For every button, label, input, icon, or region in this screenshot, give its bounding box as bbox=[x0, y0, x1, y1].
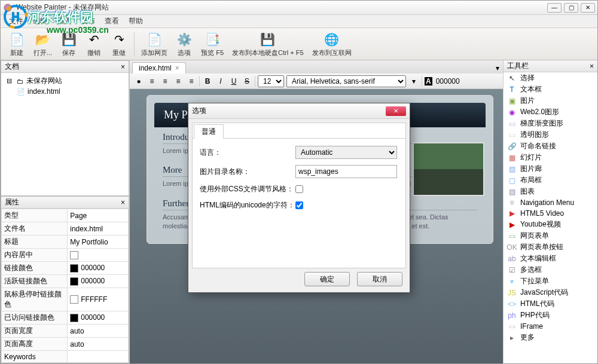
property-row[interactable]: 页面宽度auto bbox=[2, 325, 129, 338]
tool-item[interactable]: OK网页表单按钮 bbox=[504, 241, 597, 253]
align-right-icon[interactable]: ≡ bbox=[173, 76, 184, 87]
property-row[interactable]: 类型Page bbox=[2, 209, 129, 222]
tree-root[interactable]: ⊟🗀未保存网站 bbox=[5, 75, 125, 87]
close-button[interactable]: ✕ bbox=[581, 3, 595, 13]
unicode-checkbox[interactable] bbox=[295, 201, 303, 209]
tool-item[interactable]: ▸更多 bbox=[504, 332, 597, 343]
tool-item[interactable]: ▣图片 bbox=[504, 95, 597, 106]
publish-web-button[interactable]: 🌐发布到互联网 bbox=[308, 29, 356, 59]
tool-item-label: 多选框 bbox=[520, 265, 542, 275]
documents-close-icon[interactable]: × bbox=[121, 63, 125, 71]
tool-item[interactable]: ▭网页表单 bbox=[504, 230, 597, 241]
property-row[interactable]: 活跃链接颜色000000 bbox=[2, 275, 129, 288]
new-button[interactable]: 📄新建 bbox=[4, 29, 29, 59]
strike-button[interactable]: S bbox=[242, 76, 252, 87]
tool-item[interactable]: ▧图片廊 bbox=[504, 163, 597, 175]
tool-item[interactable]: ≡Navigation Menu bbox=[504, 197, 597, 208]
property-row[interactable]: 页面高度auto bbox=[2, 338, 129, 351]
tool-item[interactable]: T文本框 bbox=[504, 84, 597, 95]
tool-item[interactable]: ▭IFrame bbox=[504, 321, 597, 332]
property-key: 内容居中 bbox=[2, 249, 68, 262]
menu-help[interactable]: 帮助 bbox=[124, 15, 148, 27]
tools-close-icon[interactable]: × bbox=[590, 62, 594, 71]
align-justify-icon[interactable]: ≡ bbox=[186, 76, 197, 87]
tool-item[interactable]: phPHP代码 bbox=[504, 310, 597, 321]
publish-local-button[interactable]: 💾发布到本地硬盘Ctrl + F5 bbox=[228, 29, 307, 59]
ok-button[interactable]: 确定 bbox=[304, 272, 350, 286]
property-value[interactable]: index.html bbox=[68, 222, 129, 235]
redo-button[interactable]: ↷重做 bbox=[106, 29, 132, 59]
dialog-close-button[interactable]: ✕ bbox=[386, 106, 406, 116]
menu-file[interactable]: 文件 bbox=[4, 15, 28, 27]
font-dropdown-icon[interactable]: ▾ bbox=[408, 76, 419, 87]
preview-button[interactable]: 📑预览 F5 bbox=[197, 29, 228, 59]
property-row[interactable]: 鼠标悬停时链接颜色FFFFFF bbox=[2, 288, 129, 311]
tool-item[interactable]: ◉Web2.0图形 bbox=[504, 106, 597, 118]
property-value[interactable]: 000000 bbox=[68, 311, 129, 325]
tab-close-icon[interactable]: × bbox=[175, 64, 179, 72]
menu-edit[interactable]: 编辑 bbox=[28, 15, 52, 27]
align-center-icon[interactable]: ≡ bbox=[160, 76, 170, 87]
addpage-button[interactable]: 📄添加网页 bbox=[137, 29, 172, 59]
tool-item[interactable]: ab文本编辑框 bbox=[504, 253, 597, 264]
dialog-tab-general[interactable]: 普通 bbox=[194, 124, 224, 139]
imgdir-input[interactable] bbox=[295, 165, 397, 178]
property-row[interactable]: 已访问链接颜色000000 bbox=[2, 311, 129, 325]
menu-publish[interactable]: 发布 bbox=[76, 15, 100, 27]
save-icon: 💾 bbox=[60, 31, 77, 48]
tool-item[interactable]: <>HTML代码 bbox=[504, 298, 597, 310]
minimize-button[interactable]: — bbox=[547, 3, 562, 13]
tool-item[interactable]: JSJavaScript代码 bbox=[504, 287, 597, 298]
align-left-icon[interactable]: ≡ bbox=[147, 76, 157, 87]
menu-view[interactable]: 查看 bbox=[100, 15, 124, 27]
tool-item[interactable]: ▭梯度渐变图形 bbox=[504, 118, 597, 129]
options-button[interactable]: ⚙️选项 bbox=[172, 29, 197, 59]
property-row[interactable]: 链接颜色000000 bbox=[2, 262, 129, 275]
cancel-button[interactable]: 取消 bbox=[357, 272, 402, 286]
tool-item[interactable]: ▶HTML5 Video bbox=[504, 208, 597, 219]
bold-button[interactable]: B bbox=[202, 76, 213, 87]
property-value[interactable] bbox=[68, 351, 129, 363]
save-button[interactable]: 💾保存 bbox=[56, 29, 81, 59]
property-value[interactable]: FFFFFF bbox=[68, 288, 129, 311]
lang-select[interactable]: Automatic bbox=[295, 146, 397, 159]
property-value[interactable]: auto bbox=[68, 338, 129, 351]
property-row[interactable]: 文件名index.html bbox=[2, 222, 129, 235]
property-row[interactable]: 内容居中 bbox=[2, 249, 129, 262]
property-value[interactable]: auto bbox=[68, 325, 129, 338]
tool-item[interactable]: ↖选择 bbox=[504, 72, 597, 84]
editor-tab[interactable]: index.html× bbox=[132, 62, 186, 74]
italic-button[interactable]: I bbox=[215, 76, 226, 87]
tree-file[interactable]: 📄index.html bbox=[5, 87, 125, 96]
property-value[interactable]: 000000 bbox=[68, 275, 129, 288]
tool-item[interactable]: ▶Youtube视频 bbox=[504, 219, 597, 230]
tool-item[interactable]: ▤图表 bbox=[504, 186, 597, 197]
maximize-button[interactable]: ▢ bbox=[564, 3, 578, 13]
page-image[interactable] bbox=[413, 142, 484, 196]
property-value[interactable]: My Portfolio bbox=[68, 235, 129, 249]
fontsize-select[interactable]: 12 bbox=[258, 75, 284, 87]
tool-item[interactable]: ▭透明图形 bbox=[504, 129, 597, 140]
tool-item[interactable]: ☑多选框 bbox=[504, 264, 597, 276]
properties-close-icon[interactable]: × bbox=[121, 198, 125, 207]
property-value[interactable]: 000000 bbox=[68, 262, 129, 275]
undo-button[interactable]: ↶撤销 bbox=[81, 29, 106, 59]
textcolor-value[interactable]: 000000 bbox=[436, 77, 460, 85]
css-checkbox[interactable] bbox=[295, 185, 303, 193]
tool-item[interactable]: ▢布局框 bbox=[504, 175, 597, 186]
property-value[interactable] bbox=[68, 249, 129, 262]
tool-item[interactable]: 🔗可命名链接 bbox=[504, 140, 597, 152]
property-value[interactable]: Page bbox=[68, 209, 129, 222]
tool-item-label: JavaScript代码 bbox=[520, 287, 568, 298]
underline-button[interactable]: U bbox=[228, 76, 239, 87]
tool-item[interactable]: ▦幻灯片 bbox=[504, 152, 597, 163]
open-button[interactable]: 📂打开... bbox=[29, 29, 56, 59]
shape-circle-icon[interactable]: ● bbox=[133, 76, 144, 87]
fontfamily-select[interactable]: Arial, Helvetica, sans-serif bbox=[286, 75, 406, 87]
tool-item[interactable]: ▾下拉菜单 bbox=[504, 276, 597, 287]
property-row[interactable]: 标题My Portfolio bbox=[2, 235, 129, 249]
textcolor-icon[interactable]: A bbox=[425, 77, 432, 85]
property-row[interactable]: Keywords bbox=[2, 351, 129, 363]
tab-dropdown-icon[interactable]: ▾ bbox=[492, 63, 503, 74]
menu-insert[interactable]: 插入 bbox=[52, 15, 76, 27]
